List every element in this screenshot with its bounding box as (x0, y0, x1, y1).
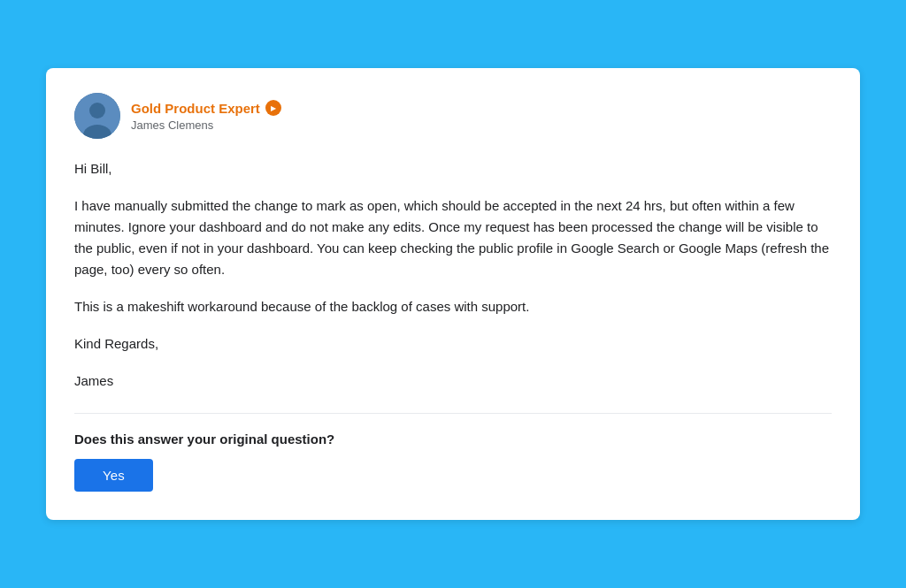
paragraph-2: This is a makeshift workaround because o… (74, 296, 832, 317)
reply-card: Gold Product Expert James Clemens Hi Bil… (46, 68, 860, 520)
yes-button[interactable]: Yes (74, 459, 153, 492)
message-body: Hi Bill, I have manually submitted the c… (74, 158, 832, 392)
paragraph-4: James (74, 370, 832, 392)
author-name: James Clemens (131, 118, 281, 132)
avatar (74, 93, 120, 139)
greeting: Hi Bill, (74, 158, 832, 179)
author-info: Gold Product Expert James Clemens (131, 100, 281, 132)
gold-product-expert-label: Gold Product Expert (131, 101, 260, 116)
svg-point-1 (89, 103, 105, 118)
question-section: Does this answer your original question?… (74, 413, 832, 492)
badge-icon (265, 100, 281, 116)
paragraph-3: Kind Regards, (74, 333, 832, 355)
paragraph-1: I have manually submitted the change to … (74, 195, 832, 280)
question-label: Does this answer your original question? (74, 431, 832, 447)
author-row: Gold Product Expert James Clemens (74, 93, 832, 139)
author-title-row: Gold Product Expert (131, 100, 281, 116)
